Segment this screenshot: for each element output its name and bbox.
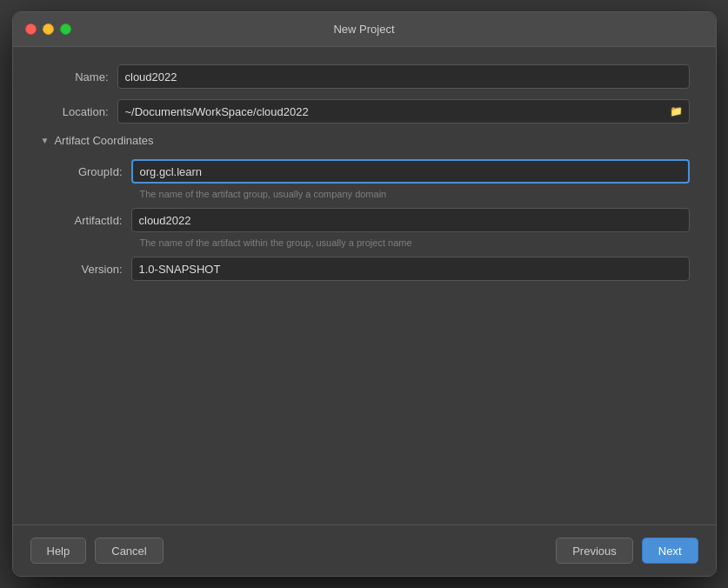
new-project-dialog: New Project Name: Location: 📁 ▼ Artifact… [12, 11, 717, 577]
artifact-section-header: ▼ Artifact Coordinates [39, 134, 690, 147]
group-id-hint: The name of the artifact group, usually … [140, 189, 690, 199]
help-button[interactable]: Help [30, 538, 87, 564]
version-label: Version: [53, 263, 131, 276]
artifact-id-input[interactable] [131, 208, 690, 232]
location-label: Location: [39, 105, 117, 118]
previous-button[interactable]: Previous [556, 538, 633, 564]
location-row: Location: 📁 [39, 99, 690, 124]
cancel-button[interactable]: Cancel [95, 538, 163, 564]
group-id-label: GroupId: [53, 165, 131, 178]
traffic-lights [25, 23, 71, 35]
footer-left-buttons: Help Cancel [30, 538, 164, 564]
name-row: Name: [39, 64, 690, 89]
group-id-row: GroupId: [53, 159, 690, 184]
dialog-title: New Project [333, 23, 394, 36]
maximize-button[interactable] [60, 23, 71, 35]
dialog-content: Name: Location: 📁 ▼ Artifact Coordinates… [13, 47, 716, 525]
artifact-id-row: ArtifactId: [53, 208, 690, 232]
title-bar: New Project [13, 12, 716, 47]
footer-right-buttons: Previous Next [556, 538, 698, 564]
location-input[interactable] [117, 99, 690, 124]
group-id-input[interactable] [131, 159, 690, 184]
location-input-wrapper: 📁 [117, 99, 690, 124]
version-row: Version: [53, 257, 690, 281]
dialog-footer: Help Cancel Previous Next [13, 525, 716, 576]
name-input[interactable] [117, 64, 690, 89]
artifact-form: GroupId: The name of the artifact group,… [53, 159, 690, 281]
folder-icon[interactable]: 📁 [670, 105, 683, 117]
version-input[interactable] [131, 257, 690, 281]
artifact-id-label: ArtifactId: [53, 214, 131, 227]
next-button[interactable]: Next [642, 538, 698, 564]
close-button[interactable] [25, 23, 37, 35]
name-label: Name: [39, 70, 117, 84]
minimize-button[interactable] [43, 23, 54, 35]
artifact-section-title: Artifact Coordinates [54, 134, 153, 147]
collapse-arrow-icon[interactable]: ▼ [41, 136, 50, 145]
artifact-id-hint: The name of the artifact within the grou… [140, 237, 690, 248]
